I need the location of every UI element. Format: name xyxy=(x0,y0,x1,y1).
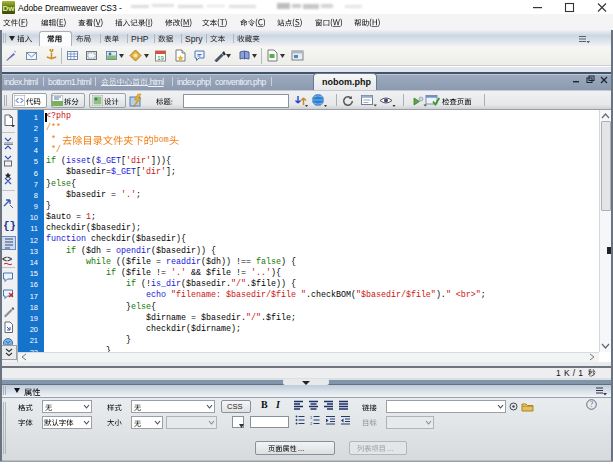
svg-text:Dw: Dw xyxy=(3,4,16,13)
svg-text:?: ? xyxy=(590,400,594,409)
svg-text:19: 19 xyxy=(157,55,164,61)
svg-text:{}: {} xyxy=(3,220,15,231)
svg-text:2: 2 xyxy=(310,421,313,426)
svg-text:1: 1 xyxy=(310,415,313,420)
